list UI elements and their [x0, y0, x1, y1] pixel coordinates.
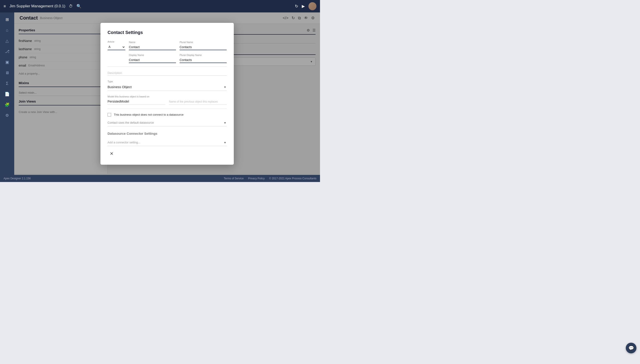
description-input[interactable] [108, 70, 227, 76]
sidebar-item-sigma[interactable]: Σ [3, 79, 12, 88]
model-label: Model this business object is based on [108, 95, 149, 98]
sidebar-item-document[interactable]: 📄 [3, 90, 12, 98]
menu-icon[interactable]: ≡ [4, 4, 6, 9]
modal-title: Contact Settings [108, 30, 227, 35]
footer: Apex Designer 2.1.156 Terms of Service P… [0, 175, 320, 182]
modal-overlay: Contact Settings Article A An The [14, 12, 320, 175]
no-datasource-checkbox[interactable] [108, 113, 111, 116]
datasource-select[interactable]: Contact uses the default datasource [108, 119, 227, 126]
connector-select[interactable]: Add a connector setting... [108, 139, 227, 146]
checkbox-row: This business object does not connect to… [108, 113, 227, 116]
sidebar-item-share[interactable]: ⎇ [3, 47, 12, 56]
left-sidebar: ⊞ ⌂ △ ⎇ ▣ 🖥 Σ 📄 🧩 ⚙ [0, 12, 14, 175]
article-select[interactable]: A An The [108, 44, 125, 50]
sidebar-item-laptop[interactable]: 🖥 [3, 68, 12, 77]
close-icon: ✕ [110, 151, 114, 156]
model-input[interactable] [108, 98, 165, 105]
name-input[interactable] [129, 44, 176, 50]
sidebar-item-alert[interactable]: △ [3, 36, 12, 45]
display-name-row: Display Name Plural Display Name [108, 54, 227, 63]
sidebar-item-settings[interactable]: ⚙ [3, 111, 12, 120]
plural-display-name-input[interactable] [179, 57, 227, 63]
sidebar-item-home[interactable]: ⌂ [3, 26, 12, 34]
history-icon[interactable]: ⏱ [69, 4, 73, 9]
avatar[interactable] [308, 2, 316, 10]
main-content: Contact Business Object </> ↻ ⧉ 👁 ⚙ Prop… [14, 12, 320, 175]
divider-1 [108, 66, 227, 67]
plural-display-name-group: Plural Display Name [179, 54, 227, 63]
type-group: Type Business Object Abstract View ▾ [108, 79, 227, 91]
plural-display-name-label: Plural Display Name [179, 54, 227, 56]
plural-name-group: Plural Name [179, 41, 227, 50]
play-icon[interactable]: ▶ [302, 4, 305, 9]
article-label: Article [108, 40, 125, 43]
refresh-icon[interactable]: ↻ [295, 4, 298, 9]
display-name-label: Display Name [129, 54, 176, 56]
display-name-group: Display Name [129, 54, 176, 63]
model-group: Model this business object is based on [108, 94, 227, 105]
sidebar-item-puzzle[interactable]: 🧩 [3, 100, 12, 109]
description-group [108, 70, 227, 76]
sidebar-item-grid[interactable]: ⊞ [3, 15, 12, 24]
name-group: Name [129, 41, 176, 50]
modal-close-button[interactable]: ✕ [108, 150, 116, 158]
footer-copyright: © 2017-2021 Apex Process Consultants [269, 177, 316, 180]
type-select[interactable]: Business Object Abstract View [108, 83, 227, 91]
replaces-input[interactable] [169, 98, 227, 105]
modal-footer: ✕ [108, 150, 227, 158]
plural-name-label: Plural Name [179, 41, 227, 44]
footer-version: Apex Designer 2.1.156 [4, 177, 31, 180]
app-layout: ⊞ ⌂ △ ⎇ ▣ 🖥 Σ 📄 🧩 ⚙ Contact Business Obj… [0, 12, 320, 175]
footer-tos[interactable]: Terms of Service [224, 177, 244, 180]
app-title: Jim Supplier Management (0.0.1) [10, 4, 65, 8]
name-row: Article A An The Name [108, 40, 227, 50]
plural-name-input[interactable] [179, 44, 227, 50]
name-label: Name [129, 41, 176, 44]
type-label: Type [108, 80, 113, 83]
checkbox-label: This business object does not connect to… [114, 113, 183, 116]
footer-privacy[interactable]: Privacy Policy [248, 177, 265, 180]
datasource-select-wrapper: Contact uses the default datasource ▾ [108, 119, 227, 126]
sidebar-item-chart[interactable]: ▣ [3, 58, 12, 66]
connector-select-wrapper: Add a connector setting... ▾ [108, 139, 227, 146]
divider-2 [108, 108, 227, 108]
display-name-input[interactable] [129, 57, 176, 63]
contact-settings-modal: Contact Settings Article A An The [100, 23, 234, 165]
article-group: Article A An The [108, 40, 125, 50]
top-nav: ≡ Jim Supplier Management (0.0.1) ⏱ 🔍 ↻ … [0, 0, 320, 12]
ds-connector-title: Datasource Connector Settings [108, 132, 227, 136]
search-icon[interactable]: 🔍 [76, 4, 81, 9]
